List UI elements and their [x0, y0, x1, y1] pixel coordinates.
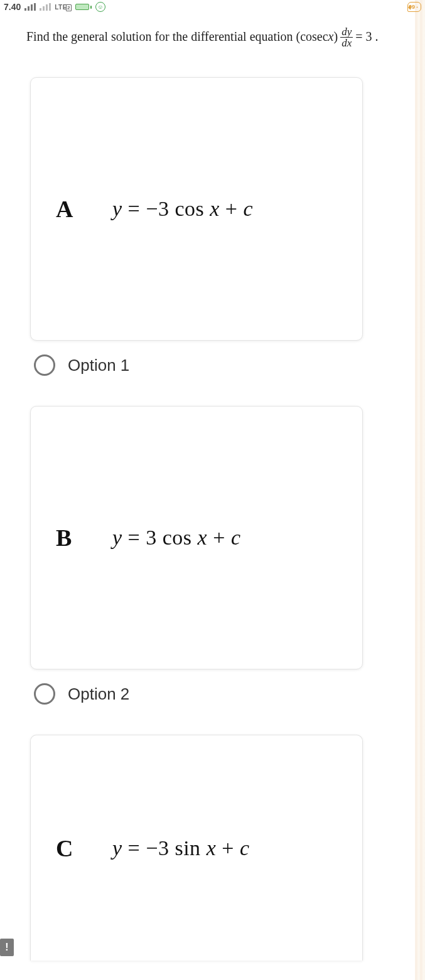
- scrollbar-track[interactable]: [415, 0, 425, 980]
- alert-icon[interactable]: !: [0, 939, 14, 956]
- option-letter: A: [56, 195, 112, 223]
- option-2-row[interactable]: Option 2: [34, 683, 401, 705]
- signal-1-icon: [24, 3, 36, 11]
- fraction-denominator: dx: [340, 38, 353, 48]
- network-label: LTE2: [55, 4, 72, 11]
- option-1-label: Option 1: [68, 356, 129, 375]
- question-var: x: [328, 28, 334, 45]
- option-card-b: B y = 3 cos x + c: [30, 406, 363, 669]
- question-close: ): [333, 28, 338, 45]
- smiley-icon: ☺: [95, 2, 105, 12]
- status-bar: 7.40 LTE2 ☺ 99: [0, 0, 425, 14]
- question-suffix: = 3 .: [355, 28, 378, 45]
- status-left: 7.40 LTE2 ☺: [4, 2, 105, 12]
- radio-option-1[interactable]: [34, 354, 55, 376]
- fraction-numerator: dy: [340, 26, 353, 38]
- status-right: 99: [407, 2, 421, 12]
- question-prefix: Find the general solution for the differ…: [26, 28, 328, 45]
- chat-badge-icon: 99: [407, 2, 421, 12]
- option-card-c: C y = −3 sin x + c: [30, 735, 363, 961]
- battery-icon: [75, 4, 92, 10]
- option-card-a: A y = −3 cos x + c: [30, 77, 363, 341]
- radio-option-2[interactable]: [34, 683, 55, 705]
- signal-2-icon: [40, 3, 51, 11]
- option-letter: B: [56, 524, 112, 551]
- option-formula: y = 3 cos x + c: [112, 526, 240, 550]
- option-formula: y = −3 sin x + c: [112, 836, 250, 860]
- option-letter: C: [56, 834, 112, 862]
- option-2-label: Option 2: [68, 684, 129, 704]
- status-time: 7.40: [4, 2, 21, 12]
- option-formula: y = −3 cos x + c: [112, 197, 253, 221]
- fraction-dy-dx: dy dx: [340, 26, 353, 48]
- option-1-row[interactable]: Option 1: [34, 354, 401, 376]
- main-content: Find the general solution for the differ…: [0, 14, 425, 961]
- question-text: Find the general solution for the differ…: [26, 25, 401, 47]
